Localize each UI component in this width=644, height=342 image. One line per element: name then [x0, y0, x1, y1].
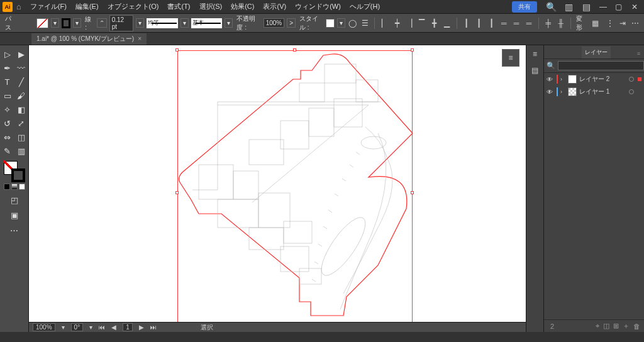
target-icon[interactable]: [629, 77, 634, 82]
eraser-tool-icon[interactable]: ◧: [15, 103, 28, 116]
properties-panel-icon[interactable]: ≡: [529, 48, 541, 60]
opacity-dropdown-icon[interactable]: >: [287, 18, 296, 28]
layers-search-input[interactable]: [558, 61, 644, 70]
zoom-field[interactable]: 100%: [33, 323, 55, 331]
layers-tab-active[interactable]: レイヤー: [582, 47, 611, 58]
stroke-swatch[interactable]: [62, 18, 70, 28]
menu-window[interactable]: ウィンドウ(W): [291, 1, 345, 13]
fill-dropdown-icon[interactable]: ▾: [51, 18, 59, 28]
opacity-field[interactable]: 100%: [264, 18, 285, 28]
stroke-weight-dropdown-icon[interactable]: ▾: [136, 18, 144, 28]
stroke-decrement-icon[interactable]: ⌃: [97, 18, 107, 28]
dist-h2-icon[interactable]: ┃: [474, 17, 484, 30]
gradient-tool-icon[interactable]: ▥: [15, 145, 28, 157]
share-button[interactable]: 共有: [512, 1, 537, 13]
ctrl-gear-icon[interactable]: ⋮: [605, 17, 615, 30]
tab-close-icon[interactable]: ×: [138, 35, 142, 42]
visibility-toggle-icon[interactable]: 👁: [547, 76, 554, 83]
align-hcenter-icon[interactable]: ┿: [392, 17, 402, 30]
align-vcenter-icon[interactable]: ╋: [430, 17, 440, 30]
width-tool-icon[interactable]: ⇔: [1, 131, 14, 143]
zoom-dropdown-icon[interactable]: ▾: [62, 324, 65, 331]
draw-mode-icon[interactable]: ◰: [8, 194, 21, 206]
expand-icon[interactable]: ›: [560, 89, 565, 95]
menu-select[interactable]: 選択(S): [196, 1, 226, 13]
workspace-icon[interactable]: ▤: [580, 2, 593, 12]
layer-name[interactable]: レイヤー 1: [579, 87, 609, 96]
eyedropper-tool-icon[interactable]: ✎: [1, 145, 14, 157]
layer-row[interactable]: 👁 › レイヤー 2: [544, 73, 644, 86]
curvature-tool-icon[interactable]: 〰: [15, 62, 28, 74]
align-panel-icon[interactable]: ☰: [360, 17, 370, 30]
artboard-nav-last-icon[interactable]: ⏭: [150, 324, 157, 331]
profile-basic-dropdown-icon[interactable]: ▾: [225, 18, 233, 28]
dist-h1-icon[interactable]: ┃: [461, 17, 471, 30]
menu-effect[interactable]: 効果(C): [227, 1, 258, 13]
layer-row[interactable]: 👁 › レイヤー 1: [544, 86, 644, 98]
line-tool-icon[interactable]: ╱: [15, 75, 28, 88]
stroke-profile-basic[interactable]: 基本: [191, 18, 223, 28]
screen-mode-icon[interactable]: ▣: [8, 209, 21, 221]
style-swatch[interactable]: [326, 19, 334, 28]
visibility-toggle-icon[interactable]: 👁: [547, 89, 554, 96]
new-layer-icon[interactable]: ＋: [623, 321, 630, 331]
dist-v2-icon[interactable]: ═: [511, 17, 521, 30]
arrange-icon[interactable]: ▥: [563, 2, 575, 12]
color-mode-solid-icon[interactable]: [4, 184, 10, 190]
dist-sp1-icon[interactable]: ╪: [543, 17, 553, 30]
search-icon[interactable]: 🔍: [545, 2, 558, 12]
align-left-icon[interactable]: ▏: [379, 17, 389, 30]
edit-toolbar-icon[interactable]: ⋯: [8, 224, 21, 236]
menu-type[interactable]: 書式(T): [164, 1, 194, 13]
fill-swatch[interactable]: [36, 18, 49, 28]
delete-layer-icon[interactable]: 🗑: [633, 323, 640, 330]
maximize-icon[interactable]: ▢: [612, 3, 626, 11]
direct-selection-tool-icon[interactable]: ▶: [15, 48, 28, 60]
free-transform-tool-icon[interactable]: ◫: [15, 131, 28, 143]
minimize-icon[interactable]: —: [596, 3, 610, 11]
menu-object[interactable]: オブジェクト(O): [104, 1, 163, 13]
align-right-icon[interactable]: ▕: [404, 17, 414, 30]
locate-object-icon[interactable]: ⌖: [596, 322, 599, 330]
pen-tool-icon[interactable]: ✒: [1, 62, 14, 74]
angle-field[interactable]: 0°: [71, 323, 84, 331]
style-dropdown-icon[interactable]: ▾: [337, 18, 345, 28]
layer-name[interactable]: レイヤー 2: [579, 75, 609, 84]
selection-tool-icon[interactable]: ▷: [1, 48, 14, 60]
artboard-nav-first-icon[interactable]: ⏮: [99, 324, 105, 331]
contextual-taskbar-icon[interactable]: ≡: [502, 49, 519, 67]
dist-sp2-icon[interactable]: ╫: [556, 17, 566, 30]
align-top-icon[interactable]: ▔: [417, 17, 427, 30]
libraries-panel-icon[interactable]: ▤: [529, 64, 541, 77]
menu-file[interactable]: ファイル(F): [26, 1, 70, 13]
rotate-tool-icon[interactable]: ↺: [1, 117, 14, 130]
recolor-icon[interactable]: ◯: [348, 17, 358, 30]
document-tab[interactable]: 1.ai* @ 100 % (CMYK/プレビュー) ×: [31, 33, 147, 45]
site-boundary-path[interactable]: [179, 54, 413, 316]
rectangle-tool-icon[interactable]: ▭: [1, 89, 14, 102]
artboard-nav-prev-icon[interactable]: ◀: [111, 324, 116, 331]
profile-uniform-dropdown-icon[interactable]: ▾: [180, 18, 189, 28]
align-bottom-icon[interactable]: ▁: [442, 17, 452, 30]
layers-panel-menu-icon[interactable]: ≡: [634, 48, 644, 58]
canvas[interactable]: ≡: [29, 45, 526, 322]
home-icon[interactable]: ⌂: [16, 2, 21, 11]
make-clipping-mask-icon[interactable]: ◫: [603, 322, 609, 330]
layers-tab-inactive[interactable]: [544, 55, 582, 58]
ctrl-pref-icon[interactable]: ⇥: [618, 17, 628, 30]
menu-edit[interactable]: 編集(E): [72, 1, 103, 13]
new-sublayer-icon[interactable]: ⊞: [613, 322, 619, 330]
menu-view[interactable]: 表示(V): [259, 1, 290, 13]
expand-icon[interactable]: ›: [560, 76, 565, 82]
fill-stroke-control[interactable]: [4, 161, 25, 182]
stroke-dropdown-icon[interactable]: ▾: [73, 18, 81, 28]
stroke-box[interactable]: [11, 168, 25, 182]
color-mode-gradient-icon[interactable]: [11, 184, 18, 190]
dist-v3-icon[interactable]: ═: [524, 17, 534, 30]
transform-label[interactable]: 変形: [576, 14, 586, 32]
ctrl-more-icon[interactable]: ⋯: [630, 17, 640, 30]
color-mode-none-icon[interactable]: [19, 184, 25, 190]
scale-tool-icon[interactable]: ⤢: [15, 117, 28, 130]
dist-v1-icon[interactable]: ═: [499, 17, 509, 30]
target-icon[interactable]: [629, 89, 634, 94]
